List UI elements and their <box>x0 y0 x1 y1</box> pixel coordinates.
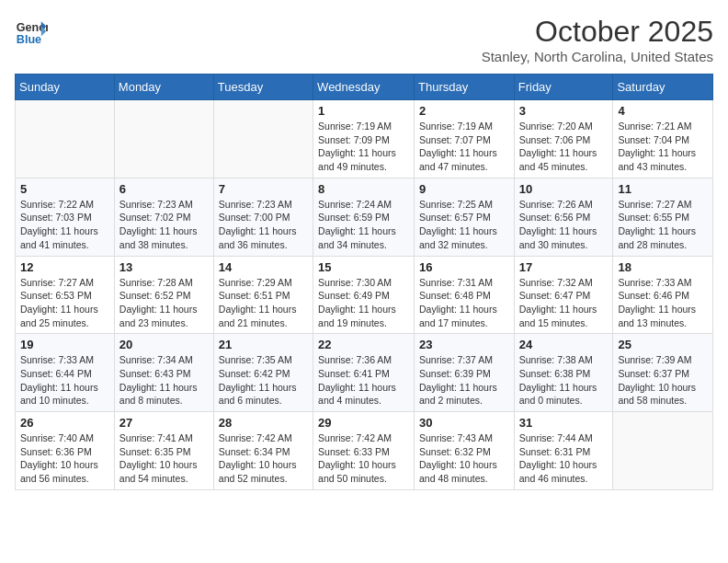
calendar-table: SundayMondayTuesdayWednesdayThursdayFrid… <box>15 74 713 490</box>
day-info: Sunrise: 7:27 AMSunset: 6:53 PMDaylight:… <box>20 276 109 330</box>
day-info: Sunrise: 7:23 AMSunset: 7:02 PMDaylight:… <box>119 198 209 252</box>
day-number: 21 <box>219 338 308 351</box>
calendar-cell: 9Sunrise: 7:25 AMSunset: 6:57 PMDaylight… <box>415 178 515 256</box>
calendar-cell: 27Sunrise: 7:41 AMSunset: 6:35 PMDayligh… <box>114 412 213 490</box>
calendar-week-row: 19Sunrise: 7:33 AMSunset: 6:44 PMDayligh… <box>16 334 713 412</box>
day-info: Sunrise: 7:40 AMSunset: 6:36 PMDaylight:… <box>20 431 109 486</box>
day-info: Sunrise: 7:26 AMSunset: 6:56 PMDaylight:… <box>519 198 609 252</box>
calendar-week-row: 5Sunrise: 7:22 AMSunset: 7:03 PMDaylight… <box>16 178 713 256</box>
calendar-cell <box>213 100 313 178</box>
calendar-cell: 6Sunrise: 7:23 AMSunset: 7:02 PMDaylight… <box>114 178 213 256</box>
calendar-cell: 3Sunrise: 7:20 AMSunset: 7:06 PMDaylight… <box>514 100 613 178</box>
day-info: Sunrise: 7:29 AMSunset: 6:51 PMDaylight:… <box>219 276 308 330</box>
day-info: Sunrise: 7:32 AMSunset: 6:47 PMDaylight:… <box>519 276 609 330</box>
day-info: Sunrise: 7:21 AMSunset: 7:04 PMDaylight:… <box>618 120 708 174</box>
calendar-cell: 19Sunrise: 7:33 AMSunset: 6:44 PMDayligh… <box>16 334 115 412</box>
calendar-cell: 17Sunrise: 7:32 AMSunset: 6:47 PMDayligh… <box>514 256 613 334</box>
calendar-cell: 31Sunrise: 7:44 AMSunset: 6:31 PMDayligh… <box>514 412 613 490</box>
calendar-cell: 13Sunrise: 7:28 AMSunset: 6:52 PMDayligh… <box>114 256 213 334</box>
calendar-cell: 1Sunrise: 7:19 AMSunset: 7:09 PMDaylight… <box>313 100 415 178</box>
calendar-cell: 12Sunrise: 7:27 AMSunset: 6:53 PMDayligh… <box>16 256 115 334</box>
day-number: 20 <box>119 338 209 351</box>
day-number: 11 <box>618 182 708 196</box>
calendar-cell: 7Sunrise: 7:23 AMSunset: 7:00 PMDaylight… <box>213 178 313 256</box>
calendar-cell: 11Sunrise: 7:27 AMSunset: 6:55 PMDayligh… <box>613 178 713 256</box>
day-info: Sunrise: 7:28 AMSunset: 6:52 PMDaylight:… <box>119 276 209 330</box>
day-number: 17 <box>519 260 609 274</box>
day-number: 2 <box>419 104 509 118</box>
day-number: 6 <box>119 182 209 196</box>
calendar-cell: 30Sunrise: 7:43 AMSunset: 6:32 PMDayligh… <box>415 412 515 490</box>
day-info: Sunrise: 7:42 AMSunset: 6:34 PMDaylight:… <box>219 431 308 486</box>
weekday-header: Thursday <box>415 75 515 100</box>
day-info: Sunrise: 7:41 AMSunset: 6:35 PMDaylight:… <box>119 431 209 486</box>
day-number: 4 <box>618 104 708 118</box>
logo: General Blue <box>15 15 48 48</box>
day-number: 9 <box>419 182 509 196</box>
day-number: 19 <box>20 338 109 351</box>
weekday-header: Wednesday <box>313 75 415 100</box>
day-info: Sunrise: 7:20 AMSunset: 7:06 PMDaylight:… <box>519 120 609 174</box>
calendar-cell: 15Sunrise: 7:30 AMSunset: 6:49 PMDayligh… <box>313 256 415 334</box>
calendar-cell: 23Sunrise: 7:37 AMSunset: 6:39 PMDayligh… <box>415 334 515 412</box>
day-info: Sunrise: 7:33 AMSunset: 6:46 PMDaylight:… <box>618 276 708 330</box>
day-info: Sunrise: 7:35 AMSunset: 6:42 PMDaylight:… <box>219 353 308 408</box>
weekday-header: Sunday <box>16 75 115 100</box>
weekday-header: Friday <box>514 75 613 100</box>
day-info: Sunrise: 7:22 AMSunset: 7:03 PMDaylight:… <box>20 198 109 252</box>
calendar-cell <box>613 412 713 490</box>
calendar-cell: 24Sunrise: 7:38 AMSunset: 6:38 PMDayligh… <box>514 334 613 412</box>
day-number: 5 <box>20 182 109 196</box>
day-info: Sunrise: 7:19 AMSunset: 7:09 PMDaylight:… <box>318 120 409 174</box>
weekday-header: Saturday <box>613 75 713 100</box>
day-number: 24 <box>519 338 609 351</box>
calendar-cell: 5Sunrise: 7:22 AMSunset: 7:03 PMDaylight… <box>16 178 115 256</box>
day-info: Sunrise: 7:23 AMSunset: 7:00 PMDaylight:… <box>219 198 308 252</box>
logo-icon: General Blue <box>15 15 48 48</box>
calendar-cell: 14Sunrise: 7:29 AMSunset: 6:51 PMDayligh… <box>213 256 313 334</box>
calendar-cell: 28Sunrise: 7:42 AMSunset: 6:34 PMDayligh… <box>213 412 313 490</box>
location: Stanley, North Carolina, United States <box>482 49 713 64</box>
day-info: Sunrise: 7:27 AMSunset: 6:55 PMDaylight:… <box>618 198 708 252</box>
day-number: 29 <box>318 416 409 430</box>
day-number: 14 <box>219 260 308 274</box>
calendar-cell: 18Sunrise: 7:33 AMSunset: 6:46 PMDayligh… <box>613 256 713 334</box>
day-number: 23 <box>419 338 509 351</box>
month-title: October 2025 <box>482 15 713 49</box>
day-number: 31 <box>519 416 609 430</box>
day-number: 27 <box>119 416 209 430</box>
calendar-cell: 20Sunrise: 7:34 AMSunset: 6:43 PMDayligh… <box>114 334 213 412</box>
calendar-cell: 21Sunrise: 7:35 AMSunset: 6:42 PMDayligh… <box>213 334 313 412</box>
weekday-header: Tuesday <box>213 75 313 100</box>
calendar-week-row: 12Sunrise: 7:27 AMSunset: 6:53 PMDayligh… <box>16 256 713 334</box>
day-number: 3 <box>519 104 609 118</box>
day-number: 8 <box>318 182 409 196</box>
day-number: 28 <box>219 416 308 430</box>
calendar-cell <box>114 100 213 178</box>
day-number: 7 <box>219 182 308 196</box>
day-number: 18 <box>618 260 708 274</box>
day-number: 13 <box>119 260 209 274</box>
svg-text:Blue: Blue <box>17 33 41 46</box>
day-info: Sunrise: 7:34 AMSunset: 6:43 PMDaylight:… <box>119 353 209 408</box>
calendar-cell: 16Sunrise: 7:31 AMSunset: 6:48 PMDayligh… <box>415 256 515 334</box>
calendar-cell: 25Sunrise: 7:39 AMSunset: 6:37 PMDayligh… <box>613 334 713 412</box>
calendar-week-row: 26Sunrise: 7:40 AMSunset: 6:36 PMDayligh… <box>16 412 713 490</box>
day-number: 15 <box>318 260 409 274</box>
day-info: Sunrise: 7:37 AMSunset: 6:39 PMDaylight:… <box>419 353 509 408</box>
calendar-cell: 2Sunrise: 7:19 AMSunset: 7:07 PMDaylight… <box>415 100 515 178</box>
day-info: Sunrise: 7:30 AMSunset: 6:49 PMDaylight:… <box>318 276 409 330</box>
day-info: Sunrise: 7:36 AMSunset: 6:41 PMDaylight:… <box>318 353 409 408</box>
calendar-cell: 22Sunrise: 7:36 AMSunset: 6:41 PMDayligh… <box>313 334 415 412</box>
calendar-cell: 8Sunrise: 7:24 AMSunset: 6:59 PMDaylight… <box>313 178 415 256</box>
title-block: October 2025 Stanley, North Carolina, Un… <box>482 15 713 64</box>
calendar-header-row: SundayMondayTuesdayWednesdayThursdayFrid… <box>16 75 713 100</box>
day-info: Sunrise: 7:31 AMSunset: 6:48 PMDaylight:… <box>419 276 509 330</box>
day-info: Sunrise: 7:19 AMSunset: 7:07 PMDaylight:… <box>419 120 509 174</box>
page-header: General Blue October 2025 Stanley, North… <box>15 15 713 64</box>
calendar-week-row: 1Sunrise: 7:19 AMSunset: 7:09 PMDaylight… <box>16 100 713 178</box>
day-number: 30 <box>419 416 509 430</box>
day-number: 22 <box>318 338 409 351</box>
day-info: Sunrise: 7:24 AMSunset: 6:59 PMDaylight:… <box>318 198 409 252</box>
weekday-header: Monday <box>114 75 213 100</box>
